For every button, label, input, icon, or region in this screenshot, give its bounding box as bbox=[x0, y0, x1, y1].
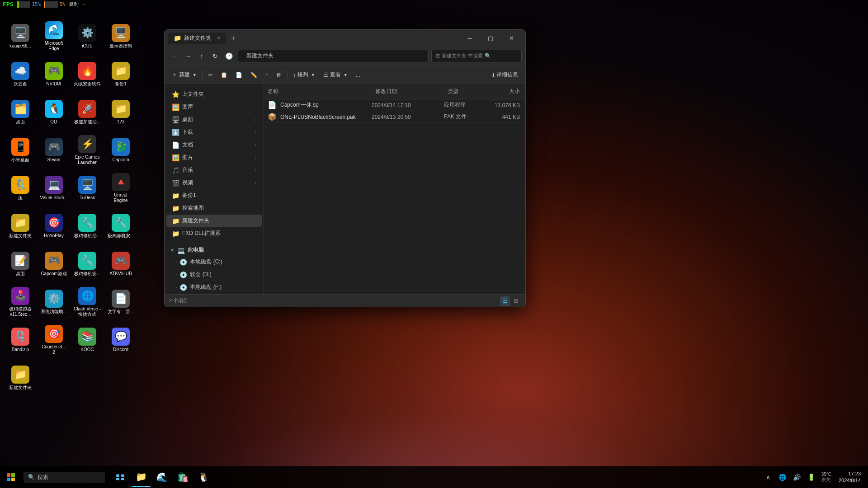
window-close-button[interactable]: ✕ bbox=[501, 30, 522, 46]
taskbar-search[interactable]: 🔍 搜索 bbox=[24, 472, 105, 483]
desktop-icon-simulator[interactable]: 🕹️ 极鸡模拟器 v11.5(ec... bbox=[5, 284, 36, 320]
view-list-button[interactable]: ☰ bbox=[500, 296, 510, 306]
sidebar-item-documents[interactable]: 📄 文档 › bbox=[166, 139, 262, 151]
desktop-icon-iue[interactable]: ⚙️ iCUE bbox=[71, 18, 103, 54]
new-button[interactable]: ＋ 新建 ▼ bbox=[168, 69, 200, 80]
col-type[interactable]: 类型 bbox=[444, 86, 489, 97]
copy-button[interactable]: 📋 bbox=[217, 70, 231, 80]
taskbar-store-button[interactable]: 🛍️ bbox=[173, 467, 193, 487]
taskbar-explorer-button[interactable]: 📁 bbox=[131, 467, 151, 487]
sidebar-thispc-header[interactable]: ▼ 💻 此电脑 bbox=[165, 244, 264, 255]
paste-button[interactable]: 📄 bbox=[232, 70, 246, 80]
start-button[interactable] bbox=[0, 466, 22, 488]
nav-forward-button[interactable]: → bbox=[182, 50, 194, 62]
tray-expand-button[interactable]: ∧ bbox=[762, 471, 774, 483]
desktop-icon-123[interactable]: 📁 123 bbox=[105, 94, 137, 130]
search-icon[interactable]: 🔍 bbox=[485, 53, 491, 59]
desktop-icon-atkvihub[interactable]: 🎮 ATKVIHUB bbox=[105, 246, 137, 282]
sidebar-item-desktop[interactable]: 🖥️ 桌面 › bbox=[166, 113, 262, 126]
desktop-icon-huorong[interactable]: 🔥 火绒安全软件 bbox=[71, 56, 103, 92]
sidebar-item-downloads[interactable]: ⬇️ 下载 › bbox=[166, 126, 262, 138]
desktop-icon-bandzip[interactable]: 🗜️ Bandizip bbox=[5, 322, 36, 358]
desktop-icon-jijixiu3[interactable]: 🔧 极鸡修机安... bbox=[71, 246, 103, 282]
sidebar-item-backup[interactable]: 📁 备份1 bbox=[166, 189, 262, 202]
taskbar-edge-button[interactable]: 🌊 bbox=[152, 467, 172, 487]
desktop-icon-cs2[interactable]: 🎯 Counter-S... 2 bbox=[38, 322, 70, 358]
tray-sound-icon[interactable]: 🔊 bbox=[791, 471, 803, 483]
desktop-icon-newfolder[interactable]: 📁 新建文件夹 bbox=[5, 208, 36, 244]
window-maximize-button[interactable]: ▢ bbox=[480, 30, 501, 46]
share-button[interactable]: ↑ bbox=[262, 70, 272, 80]
desktop-icon-unreal[interactable]: 🔺 Unreal Engine bbox=[105, 170, 137, 206]
desktop-icon-syncdrive[interactable]: ☁️ 沃云盘 bbox=[5, 56, 36, 92]
cut-button[interactable]: ✂ bbox=[204, 70, 216, 80]
desktop-icon-jisu[interactable]: 🚀 极速加速助... bbox=[71, 94, 103, 130]
desktop-icon-xinjianzhuang[interactable]: 📁 新建文件夹 bbox=[5, 360, 36, 396]
desktop-icon-hoyoplay[interactable]: 🎯 HoYoPlay bbox=[38, 208, 70, 244]
desktop-icon-note[interactable]: 📝 桌面 bbox=[5, 246, 36, 282]
desktop-icon-steam[interactable]: 🎮 Steam bbox=[38, 132, 70, 168]
desktop-icon-clashverge[interactable]: 🌐 Clash Verse - 快捷方式 bbox=[71, 284, 103, 320]
tray-battery-icon[interactable]: 🔋 bbox=[805, 471, 818, 483]
more-button[interactable]: ... bbox=[352, 70, 364, 80]
tray-temp[interactable]: 35°C 东关 bbox=[820, 472, 833, 483]
sidebar-item-pictures[interactable]: 🖼️ 图库 bbox=[166, 101, 262, 113]
nav-recent-button[interactable]: 🕐 bbox=[222, 50, 235, 62]
tab-close-icon[interactable]: ✕ bbox=[217, 35, 221, 41]
desktop-icon-desk[interactable]: 🗂️ 桌面 bbox=[5, 94, 36, 130]
desktop-icon-capcom2[interactable]: 🎮 Capcom游戏 bbox=[38, 246, 70, 282]
desktop-icon-kuaipe[interactable]: 🖥️ kuaipe快... bbox=[5, 18, 36, 54]
sidebar-item-quickaccess[interactable]: ⭐ 上文件夹 bbox=[166, 88, 262, 100]
sidebar-item-fxd[interactable]: 📁 FXD DLL扩展系 bbox=[166, 227, 262, 239]
sidebar-drive-soft[interactable]: › 💿 软仓 (D:) bbox=[170, 268, 262, 281]
sidebar-drive-e[interactable]: › 💿 本地磁盘 (F:) bbox=[170, 281, 262, 293]
view-button[interactable]: ☰ 查看 ▼ bbox=[320, 69, 351, 80]
desktop-icon-syshelper[interactable]: ⚙️ 系统功能助... bbox=[38, 284, 70, 320]
desktop-icon-monitor[interactable]: 🖥️ 显示器控制 bbox=[105, 18, 137, 54]
sidebar-drive-other[interactable]: › 💿 其它 (F:) bbox=[170, 294, 262, 294]
sidebar-item-maps[interactable]: 📁 控索地图 bbox=[166, 202, 262, 214]
nav-refresh-button[interactable]: ↻ bbox=[209, 50, 222, 62]
window-tab-active[interactable]: 📁 新建文件夹 ✕ bbox=[168, 33, 226, 44]
desktop-icon-nvidia[interactable]: 🎮 NVIDIA bbox=[38, 56, 70, 92]
col-size[interactable]: 大小 bbox=[489, 86, 525, 97]
desktop-icon-backup[interactable]: 📁 备份1 bbox=[105, 56, 137, 92]
search-box[interactable]: 在 新建文件夹 中搜索 🔍 bbox=[431, 50, 522, 62]
window-minimize-button[interactable]: ─ bbox=[459, 30, 480, 46]
col-name[interactable]: 名称 bbox=[264, 86, 372, 97]
sidebar-item-pictures2[interactable]: 🖼️ 图片 › bbox=[166, 151, 262, 164]
nav-up-button[interactable]: ↑ bbox=[195, 50, 208, 62]
desktop-icon-kooc[interactable]: 📚 KOOC bbox=[71, 322, 103, 358]
desktop-icon-vs[interactable]: 💻 Visual Studi... bbox=[38, 170, 70, 206]
sidebar-item-music[interactable]: 🎵 音乐 › bbox=[166, 164, 262, 176]
rename-button[interactable]: ✏️ bbox=[247, 70, 261, 80]
taskbar-clock[interactable]: 17:23 2024/8/14 bbox=[835, 470, 864, 484]
add-tab-button[interactable]: ＋ bbox=[228, 33, 239, 43]
delete-button[interactable]: 🗑 bbox=[273, 70, 285, 80]
desktop-icon-capcom[interactable]: 🐉 Capcom bbox=[105, 132, 137, 168]
desktop-icon-qq[interactable]: 🐧 QQ bbox=[38, 94, 70, 130]
desktop-icon-epic[interactable]: ⚡ Epic Games Launcher bbox=[71, 132, 103, 168]
desktop-icon-zip[interactable]: 🗜️ 压 bbox=[5, 170, 36, 206]
view-grid-button[interactable]: ⊞ bbox=[511, 296, 521, 306]
desktop-icon-tudesk[interactable]: 🖥️ TuDesk bbox=[71, 170, 103, 206]
nav-back-button[interactable]: ← bbox=[168, 50, 181, 62]
table-row[interactable]: 📦 ONE-PLUSNoBlackScreen.pak 2024/8/13 20… bbox=[264, 111, 525, 123]
desktop-icon-edge[interactable]: 🌊 Microsoft Edge bbox=[38, 18, 70, 54]
col-date[interactable]: 修改日期 bbox=[372, 86, 444, 97]
desktop-icon-discord[interactable]: 💬 Discord bbox=[105, 322, 137, 358]
address-bar[interactable]: › 新建文件夹 bbox=[238, 50, 429, 62]
desktop-icon-jijixiu2[interactable]: 🔧 极鸡修机安... bbox=[105, 208, 137, 244]
detail-info-button[interactable]: ℹ 详细信息 bbox=[489, 69, 522, 80]
desktop-icon-jijixiu1[interactable]: 🔧 极鸡修机助... bbox=[71, 208, 103, 244]
desktop-icon-txtfile[interactable]: 📄 文字有—普... bbox=[105, 284, 137, 320]
sidebar-item-newfolder[interactable]: 📁 新建文件夹 bbox=[166, 215, 262, 227]
sidebar-item-videos[interactable]: 🎬 视频 › bbox=[166, 177, 262, 189]
sidebar-drive-c[interactable]: › 💿 本地磁盘 (C:) bbox=[170, 256, 262, 268]
sort-button[interactable]: ↕ 排列 ▼ bbox=[289, 69, 319, 80]
taskbar-qq-button[interactable]: 🐧 bbox=[193, 467, 213, 487]
table-row[interactable]: 📄 Capcom一休.sp 2024/8/14 17:10 应用程序 11,07… bbox=[264, 99, 525, 111]
taskbar-multitask-button[interactable] bbox=[110, 467, 130, 487]
desktop-icon-xiaomizuji[interactable]: 📱 小米桌面 bbox=[5, 132, 36, 168]
tray-network-icon[interactable]: 🌐 bbox=[776, 471, 789, 483]
